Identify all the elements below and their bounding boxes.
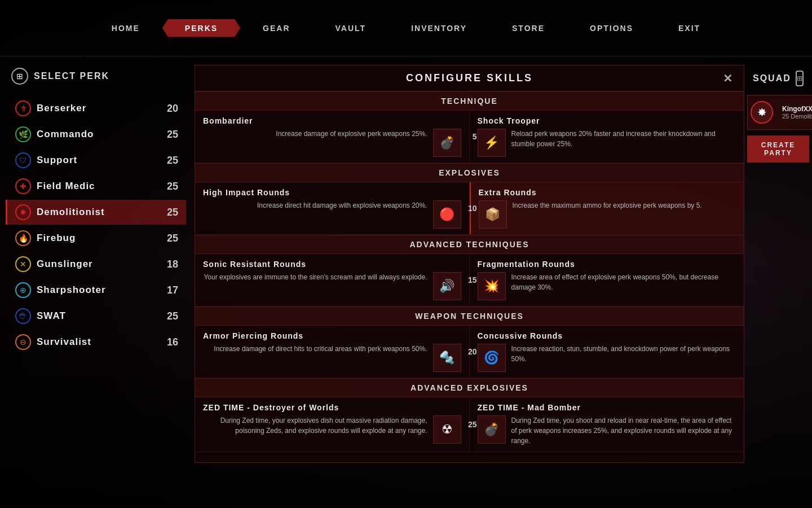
skill-row-advanced_techniques: Sonic Resistant Rounds Your explosives a… <box>195 254 744 306</box>
perk-name-sharpshooter: Sharpshooter <box>37 284 106 296</box>
squad-title: SQUAD <box>753 73 791 84</box>
perk-item-field_medic[interactable]: ✚ Field Medic 25 <box>6 174 186 199</box>
perk-level-firebug: 25 <box>167 233 178 244</box>
perk-icon-support: 🛡 <box>15 152 31 168</box>
perk-name-gunslinger: Gunslinger <box>37 259 93 270</box>
skill-desc: Increase reaction, stun, stumble, and kn… <box>511 344 736 364</box>
perk-icon-field_medic: ✚ <box>15 178 31 194</box>
skill-title: ZED TIME - Mad Bomber <box>478 403 736 412</box>
perk-name-commando: Commando <box>37 129 94 140</box>
perk-level-support: 25 <box>167 155 178 167</box>
section-header-weapon_techniques: Weapon Techniques <box>195 306 744 326</box>
skill-cell-right-technique[interactable]: Shock Trooper ⚡ Reload perk weapons 20% … <box>470 111 744 163</box>
skill-body: During Zed time, your explosives dish ou… <box>203 415 461 444</box>
nav-item-gear[interactable]: GEAR <box>240 19 312 37</box>
perk-item-demolitionist[interactable]: ✸ Demolitionist 25 <box>6 200 186 225</box>
nav-item-exit[interactable]: EXIT <box>656 19 723 37</box>
skill-level: 25 <box>468 420 477 429</box>
perk-item-gunslinger[interactable]: ✕ Gunslinger 18 <box>6 252 186 277</box>
skill-title: Sonic Resistant Rounds <box>203 260 461 269</box>
perk-icon-commando: 🌿 <box>15 126 31 142</box>
skill-desc: Increase damage of explosive perk weapon… <box>203 129 427 139</box>
section-header-technique: Technique <box>195 91 744 111</box>
navbar: HOMEPERKSGEARVAULTINVENTORYSTOREOPTIONSE… <box>0 0 812 56</box>
close-button[interactable]: ✕ <box>722 72 735 85</box>
perk-icon-gunslinger: ✕ <box>15 256 31 272</box>
skill-level: 10 <box>468 204 477 213</box>
perk-item-firebug[interactable]: 🔥 Firebug 25 <box>6 226 186 251</box>
skill-icon: ☢ <box>433 415 461 444</box>
dialog-header: CONFIGURE SKILLS ✕ <box>195 65 744 91</box>
nav-item-home[interactable]: HOME <box>89 19 162 37</box>
skill-cell-right-explosives[interactable]: Extra Rounds 📦 Increase the maximum ammo… <box>470 182 744 234</box>
skill-icon: ⚡ <box>478 129 506 157</box>
nav-item-store[interactable]: STORE <box>489 19 567 37</box>
nav-item-options[interactable]: OPTIONS <box>567 19 656 37</box>
skill-cell-left-explosives[interactable]: High Impact Rounds Increase direct hit d… <box>195 182 470 234</box>
perk-icon-survivalist: ⊖ <box>15 334 31 350</box>
perk-item-berserker[interactable]: 🗡 Berserker 20 <box>6 96 186 121</box>
skill-icon: 🔴 <box>433 200 461 229</box>
perk-icon-firebug: 🔥 <box>15 230 31 246</box>
nav-item-perks[interactable]: PERKS <box>162 19 240 37</box>
skill-title: ZED TIME - Destroyer of Worlds <box>203 403 461 412</box>
squad-icon: ⊞ <box>796 71 804 86</box>
perk-level-survivalist: 16 <box>167 336 178 348</box>
perk-level-field_medic: 25 <box>167 181 178 192</box>
section-header-advanced_explosives: Advanced Explosives <box>195 378 744 397</box>
squad-header: SQUAD ⊞ <box>744 65 812 92</box>
skill-row-technique: Bombardier Increase damage of explosive … <box>195 111 744 163</box>
dialog-title: CONFIGURE SKILLS <box>406 72 533 84</box>
skill-icon: 📦 <box>479 200 507 229</box>
section-header-explosives: Explosives <box>195 163 744 182</box>
skill-icon: 💥 <box>478 272 506 300</box>
skill-icon: 🔊 <box>433 272 461 300</box>
perk-level-gunslinger: 18 <box>167 259 178 270</box>
skill-body: 🌀 Increase reaction, stun, stumble, and … <box>478 344 736 372</box>
perk-icon-swat: ⛑ <box>15 308 31 324</box>
skills-content: Technique Bombardier Increase damage of … <box>195 91 744 452</box>
perk-item-swat[interactable]: ⛑ SWAT 25 <box>6 304 186 329</box>
skill-cell-left-advanced_explosives[interactable]: ZED TIME - Destroyer of Worlds During Ze… <box>195 397 470 452</box>
skill-desc: During Zed time, your explosives dish ou… <box>203 415 427 436</box>
skill-cell-right-advanced_techniques[interactable]: Fragmentation Rounds 💥 Increase area of … <box>470 254 744 306</box>
skill-cell-left-technique[interactable]: Bombardier Increase damage of explosive … <box>195 111 470 163</box>
skill-title: Extra Rounds <box>479 188 736 197</box>
section-header-advanced_techniques: Advanced Techniques <box>195 235 744 254</box>
skill-row-weapon_techniques: Armor Piercing Rounds Increase damage of… <box>195 326 744 378</box>
skill-desc: Your explosives are immune to the siren'… <box>203 272 427 282</box>
perk-name-support: Support <box>37 155 77 166</box>
skill-cell-right-weapon_techniques[interactable]: Concussive Rounds 🌀 Increase reaction, s… <box>470 326 744 378</box>
skill-cell-right-advanced_explosives[interactable]: ZED TIME - Mad Bomber 💣 During Zed time,… <box>470 397 744 452</box>
right-panel: SQUAD ⊞ ✸ KingofXXX 25 Demolitionist 👤 C… <box>744 65 812 165</box>
player-perk-label: 25 Demolitionist <box>782 113 812 120</box>
skill-icon: 🔩 <box>433 344 461 372</box>
skill-title: Armor Piercing Rounds <box>203 331 461 340</box>
perk-level-commando: 25 <box>167 129 178 141</box>
perk-item-sharpshooter[interactable]: ⊕ Sharpshooter 17 <box>6 278 186 303</box>
skill-icon: 💣 <box>433 129 461 157</box>
perk-name-swat: SWAT <box>37 310 66 322</box>
perk-item-support[interactable]: 🛡 Support 25 <box>6 148 186 173</box>
skill-desc: Increase direct hit damage with explosiv… <box>203 200 427 211</box>
nav-item-inventory[interactable]: INVENTORY <box>389 19 489 37</box>
skill-desc: During Zed time, you shoot and reload in… <box>511 415 736 446</box>
perk-item-survivalist[interactable]: ⊖ Survivalist 16 <box>6 330 186 354</box>
skill-title: High Impact Rounds <box>203 188 461 197</box>
perk-item-commando[interactable]: 🌿 Commando 25 <box>6 122 186 147</box>
skill-title: Bombardier <box>203 116 461 125</box>
skill-desc: Increase damage of direct hits to critic… <box>203 344 427 354</box>
configure-skills-dialog: CONFIGURE SKILLS ✕ Technique Bombardier … <box>195 65 744 463</box>
skill-cell-left-weapon_techniques[interactable]: Armor Piercing Rounds Increase damage of… <box>195 326 470 378</box>
skill-desc: Increase the maximum ammo for explosive … <box>513 200 736 211</box>
skill-body: 📦 Increase the maximum ammo for explosiv… <box>479 200 736 229</box>
skill-cell-left-advanced_techniques[interactable]: Sonic Resistant Rounds Your explosives a… <box>195 254 470 306</box>
skill-row-advanced_explosives: ZED TIME - Destroyer of Worlds During Ze… <box>195 397 744 452</box>
perk-level-swat: 25 <box>167 310 178 322</box>
skill-body: 💣 During Zed time, you shoot and reload … <box>478 415 736 446</box>
left-panel: ⊞ SELECT PERK 🗡 Berserker 20 🌿 Commando … <box>0 56 192 508</box>
create-party-button[interactable]: CREATE PARTY <box>747 135 809 163</box>
skill-desc: Increase area of effect of explosive per… <box>511 272 736 292</box>
nav-item-vault[interactable]: VAULT <box>313 19 389 37</box>
skill-level: 5 <box>473 132 477 141</box>
